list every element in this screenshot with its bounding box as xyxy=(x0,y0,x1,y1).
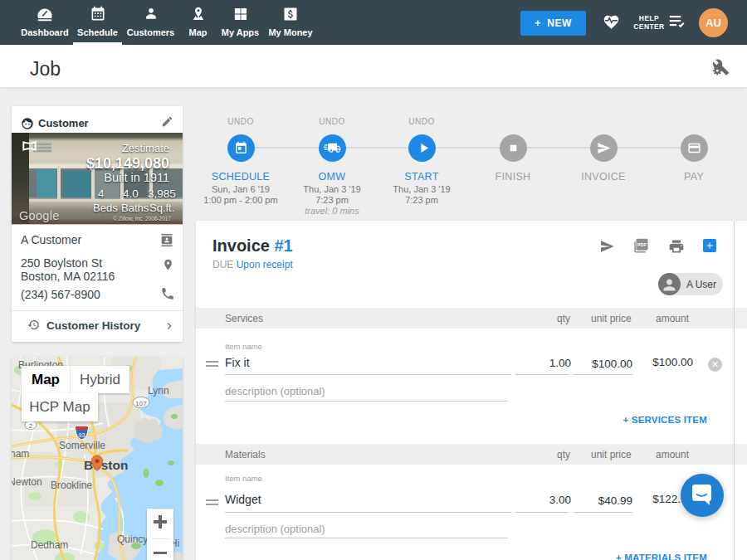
svg-text:Lynn: Lynn xyxy=(148,385,169,397)
svg-text:93: 93 xyxy=(79,432,85,438)
svg-text:Dedham: Dedham xyxy=(31,539,68,551)
svg-text:PDF: PDF xyxy=(637,242,647,247)
svg-text:Somerville: Somerville xyxy=(59,440,105,451)
svg-text:Brookline: Brookline xyxy=(51,480,92,491)
svg-text:ham: ham xyxy=(12,448,29,460)
svg-text:2: 2 xyxy=(29,422,33,430)
svg-text:Quincy: Quincy xyxy=(117,533,148,545)
svg-text:Newton: Newton xyxy=(12,476,42,488)
svg-text:107: 107 xyxy=(135,400,147,407)
svg-text:Boston: Boston xyxy=(84,458,128,472)
